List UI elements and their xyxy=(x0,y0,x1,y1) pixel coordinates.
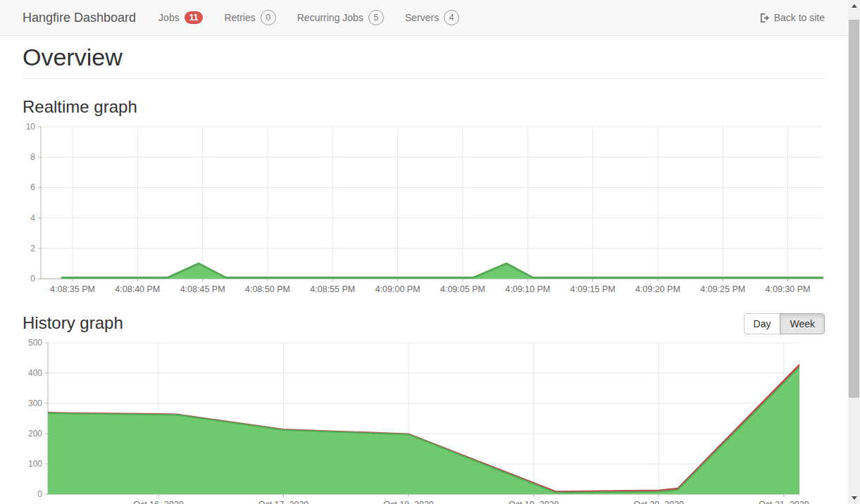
logout-icon xyxy=(759,13,770,23)
history-chart: 0100200300400500Oct 16, 2020Oct 17, 2020… xyxy=(23,338,825,504)
realtime-chart: 02468104:08:35 PM4:08:40 PM4:08:45 PM4:0… xyxy=(23,122,825,298)
nav-item-jobs[interactable]: Jobs 11 xyxy=(158,11,203,24)
nav-item-retries[interactable]: Retries 0 xyxy=(224,10,275,25)
history-graph-header: History graph Day Week xyxy=(23,313,825,334)
x-tick-label: Oct 18, 2020 xyxy=(383,500,434,504)
servers-count-badge: 4 xyxy=(444,10,459,25)
y-tick-label: 8 xyxy=(30,152,35,162)
x-tick-label: 4:08:50 PM xyxy=(245,284,290,294)
nav-item-label: Jobs xyxy=(158,12,180,23)
day-button[interactable]: Day xyxy=(744,313,781,334)
page-title: Overview xyxy=(23,43,825,79)
jobs-count-badge: 11 xyxy=(185,11,204,24)
y-tick-label: 100 xyxy=(28,459,42,469)
scrollbar-down-button[interactable] xyxy=(848,492,860,504)
x-tick-label: 4:09:10 PM xyxy=(505,284,550,294)
x-tick-label: 4:09:25 PM xyxy=(700,284,745,294)
retries-count-badge: 0 xyxy=(261,10,276,25)
nav-item-label: Recurring Jobs xyxy=(297,12,363,23)
realtime-graph-title: Realtime graph xyxy=(23,97,825,117)
y-tick-label: 2 xyxy=(30,244,35,253)
x-tick-label: 4:08:35 PM xyxy=(50,284,95,294)
nav-item-recurring-jobs[interactable]: Recurring Jobs 5 xyxy=(297,10,384,25)
succeeded-area xyxy=(61,263,823,279)
arrow-down-icon xyxy=(852,496,857,500)
content: Overview Realtime graph 02468104:08:35 P… xyxy=(0,43,848,504)
x-tick-label: Oct 17, 2020 xyxy=(258,500,309,504)
scrollbar-up-button[interactable] xyxy=(848,0,860,12)
y-tick-label: 500 xyxy=(28,338,42,348)
x-tick-label: Oct 20, 2020 xyxy=(633,500,684,504)
nav-item-label: Retries xyxy=(224,12,255,23)
x-tick-label: 4:09:15 PM xyxy=(571,284,616,294)
x-tick-label: Oct 21, 2020 xyxy=(759,500,809,504)
page: Hangfire Dashboard Jobs 11 Retries 0 Rec… xyxy=(0,0,848,504)
nav-item-label: Servers xyxy=(405,12,439,23)
y-tick-label: 0 xyxy=(37,489,42,499)
y-tick-label: 400 xyxy=(28,368,42,378)
nav-items: Jobs 11 Retries 0 Recurring Jobs 5 Serve… xyxy=(158,10,759,25)
x-tick-label: 4:08:45 PM xyxy=(180,284,225,294)
scrollbar-thumb[interactable] xyxy=(849,20,859,398)
y-tick-label: 6 xyxy=(30,182,35,192)
succeeded-area xyxy=(48,367,799,494)
nav-item-servers[interactable]: Servers 4 xyxy=(405,10,459,25)
back-to-site-label: Back to site xyxy=(774,12,825,23)
x-tick-label: Oct 19, 2020 xyxy=(509,500,559,504)
y-tick-label: 0 xyxy=(30,274,35,284)
navbar: Hangfire Dashboard Jobs 11 Retries 0 Rec… xyxy=(0,0,848,36)
x-tick-label: 4:08:55 PM xyxy=(310,284,355,294)
x-tick-label: 4:09:30 PM xyxy=(766,284,811,294)
y-tick-label: 4 xyxy=(30,213,35,223)
y-tick-label: 300 xyxy=(28,398,42,408)
x-tick-label: 4:09:00 PM xyxy=(375,284,420,294)
x-tick-label: 4:09:20 PM xyxy=(635,284,680,294)
vertical-scrollbar xyxy=(848,0,860,504)
back-to-site-link[interactable]: Back to site xyxy=(759,12,825,23)
history-range-toggle: Day Week xyxy=(744,313,825,334)
x-tick-label: Oct 16, 2020 xyxy=(133,500,184,504)
x-tick-label: 4:09:05 PM xyxy=(440,284,485,294)
brand-link[interactable]: Hangfire Dashboard xyxy=(23,11,136,25)
x-tick-label: 4:08:40 PM xyxy=(115,284,160,294)
arrow-up-icon xyxy=(852,4,857,8)
week-button[interactable]: Week xyxy=(780,313,825,334)
recurring-jobs-count-badge: 5 xyxy=(368,10,384,25)
y-tick-label: 200 xyxy=(28,429,42,439)
history-graph-title: History graph xyxy=(23,313,123,333)
y-tick-label: 10 xyxy=(26,122,36,132)
